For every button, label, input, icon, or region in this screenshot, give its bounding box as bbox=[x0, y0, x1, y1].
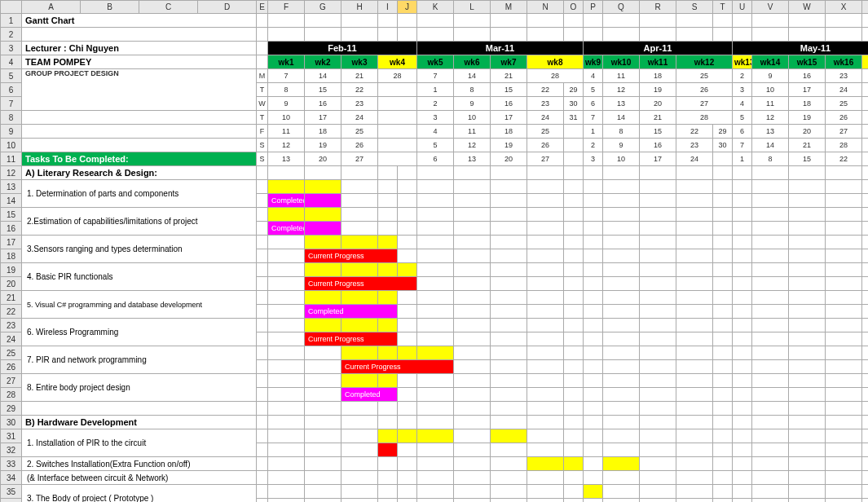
wk7[interactable]: wk7 bbox=[491, 55, 527, 69]
col-L[interactable]: L bbox=[454, 1, 491, 14]
col-C[interactable]: C bbox=[139, 1, 198, 14]
task-b2b[interactable]: (& Interface between circuit & Network) bbox=[22, 471, 257, 485]
day-M: M bbox=[257, 69, 268, 83]
col-X[interactable]: X bbox=[826, 1, 862, 14]
task-a5[interactable]: 5. Visual C# programming and database de… bbox=[22, 291, 257, 319]
row-4[interactable]: 4 bbox=[1, 55, 22, 69]
row-9[interactable]: 9 bbox=[1, 125, 22, 139]
task-a2[interactable]: 2.Estimation of capabilities/limitations… bbox=[22, 208, 257, 236]
month-apr[interactable]: Apr-11 bbox=[584, 42, 733, 55]
tasks-header[interactable]: Tasks To Be Completed: bbox=[22, 152, 257, 166]
month-may[interactable]: May-11 bbox=[733, 42, 869, 55]
col-E[interactable]: E bbox=[257, 1, 268, 14]
bar-plan[interactable] bbox=[268, 180, 305, 194]
wk12[interactable]: wk12 bbox=[676, 55, 733, 69]
row-8[interactable]: 8 bbox=[1, 111, 22, 125]
col-U[interactable]: U bbox=[733, 1, 752, 14]
group-project[interactable]: GROUP PROJECT DESIGN bbox=[22, 69, 257, 111]
wk10[interactable]: wk10 bbox=[603, 55, 640, 69]
row-1[interactable]: 1 bbox=[1, 14, 22, 28]
col-O[interactable]: O bbox=[564, 1, 584, 14]
section-b[interactable]: B) Hardware Development bbox=[22, 416, 257, 429]
wk9[interactable]: wk9 bbox=[584, 55, 603, 69]
col-G[interactable]: G bbox=[305, 1, 341, 14]
col-D[interactable]: D bbox=[198, 1, 257, 14]
row-11[interactable]: 11 bbox=[1, 152, 22, 166]
lecturer-cell[interactable]: Lecturer : Chi Nguyen bbox=[22, 42, 257, 55]
task-a7[interactable]: 7. PIR and network programming bbox=[22, 346, 257, 374]
bar-progress[interactable]: Current Progress bbox=[305, 249, 398, 263]
task-a3[interactable]: 3.Sensors ranging and types determinatio… bbox=[22, 236, 257, 263]
task-b1[interactable]: 1. Installation of PIR to the circuit bbox=[22, 429, 257, 457]
section-a[interactable]: A) Literary Research & Design: bbox=[22, 166, 257, 180]
row-5[interactable]: 5 bbox=[1, 69, 22, 83]
bar-completed[interactable]: Completed bbox=[268, 194, 305, 208]
task-a8[interactable]: 8. Entire body project design bbox=[22, 374, 257, 402]
col-I[interactable]: I bbox=[378, 1, 398, 14]
select-all[interactable] bbox=[1, 1, 22, 14]
col-T[interactable]: T bbox=[713, 1, 733, 14]
wk2[interactable]: wk2 bbox=[305, 55, 341, 69]
grid[interactable]: A B C D E F G H I J K L M N O P Q R S T … bbox=[0, 0, 868, 502]
col-N[interactable]: N bbox=[527, 1, 564, 14]
wk5[interactable]: wk5 bbox=[417, 55, 454, 69]
row-6[interactable]: 6 bbox=[1, 83, 22, 97]
col-P[interactable]: P bbox=[584, 1, 603, 14]
col-R[interactable]: R bbox=[640, 1, 676, 14]
row-12[interactable]: 12 bbox=[1, 166, 22, 180]
col-J[interactable]: J bbox=[398, 1, 417, 14]
month-feb[interactable]: Feb-11 bbox=[268, 42, 417, 55]
wk8[interactable]: wk8 bbox=[527, 55, 584, 69]
col-K[interactable]: K bbox=[417, 1, 454, 14]
col-M[interactable]: M bbox=[491, 1, 527, 14]
task-a4[interactable]: 4. Basic PIR functionals bbox=[22, 263, 257, 291]
wk1[interactable]: wk1 bbox=[268, 55, 305, 69]
row-3[interactable]: 3 bbox=[1, 42, 22, 55]
wk6[interactable]: wk6 bbox=[454, 55, 491, 69]
wk11[interactable]: wk11 bbox=[640, 55, 676, 69]
col-F[interactable]: F bbox=[268, 1, 305, 14]
col-W[interactable]: W bbox=[789, 1, 826, 14]
row-10[interactable]: 10 bbox=[1, 139, 22, 152]
title-cell[interactable]: Gantt Chart bbox=[22, 14, 257, 28]
wk17[interactable]: wk17 bbox=[862, 55, 869, 69]
spreadsheet[interactable]: A B C D E F G H I J K L M N O P Q R S T … bbox=[0, 0, 868, 502]
col-H[interactable]: H bbox=[341, 1, 378, 14]
wk3[interactable]: wk3 bbox=[341, 55, 378, 69]
col-S[interactable]: S bbox=[676, 1, 713, 14]
month-mar[interactable]: Mar-11 bbox=[417, 42, 584, 55]
row-2[interactable]: 2 bbox=[1, 28, 22, 42]
task-a1[interactable]: 1. Determination of parts and components bbox=[22, 180, 257, 208]
wk4[interactable]: wk4 bbox=[378, 55, 417, 69]
wk14[interactable]: wk14 bbox=[752, 55, 789, 69]
col-A[interactable]: A bbox=[22, 1, 81, 14]
wk16[interactable]: wk16 bbox=[826, 55, 862, 69]
col-V[interactable]: V bbox=[752, 1, 789, 14]
column-header-row: A B C D E F G H I J K L M N O P Q R S T … bbox=[1, 1, 869, 14]
col-Y[interactable]: Y bbox=[862, 1, 869, 14]
task-a6[interactable]: 6. Wireless Programming bbox=[22, 319, 257, 346]
col-B[interactable]: B bbox=[81, 1, 139, 14]
task-b2[interactable]: 2. Switches Installation(Extra Function … bbox=[22, 457, 257, 471]
wk15[interactable]: wk15 bbox=[789, 55, 826, 69]
task-b3[interactable]: 3. The Body of project ( Prototype ) bbox=[22, 485, 257, 503]
wk13[interactable]: wk13 bbox=[733, 55, 752, 69]
col-Q[interactable]: Q bbox=[603, 1, 640, 14]
team-cell[interactable]: TEAM POMPEY bbox=[22, 55, 257, 69]
row-7[interactable]: 7 bbox=[1, 97, 22, 111]
